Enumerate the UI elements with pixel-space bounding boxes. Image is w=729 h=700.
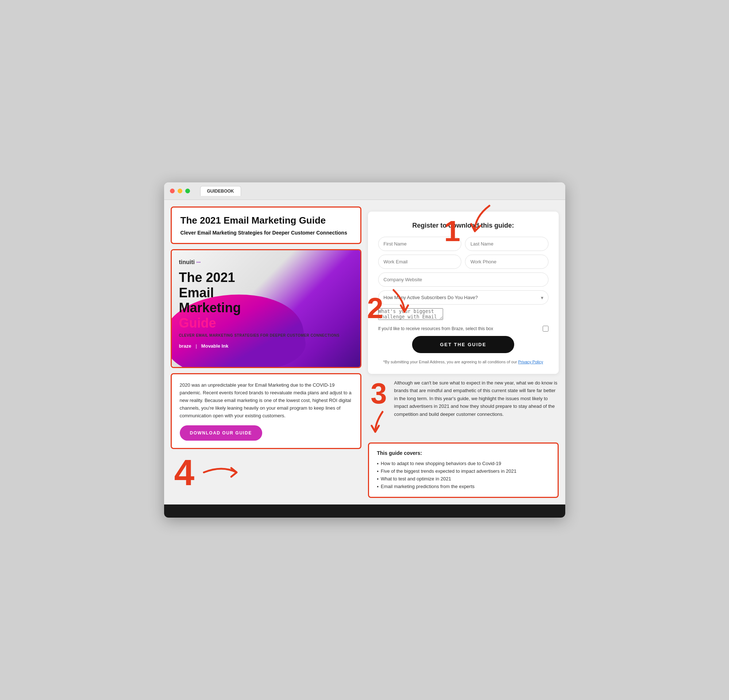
braze-checkbox-row: If you'd like to receive resources from … (378, 326, 549, 331)
annotation-number-4: 4 (174, 454, 195, 491)
main-title: The 2021 Email Marketing Guide (180, 215, 351, 226)
challenge-textarea[interactable] (378, 308, 443, 320)
braze-checkbox[interactable] (543, 326, 549, 331)
cover-title: The 2021 Email Marketing Guide (179, 270, 353, 331)
left-column: The 2021 Email Marketing Guide Clever Em… (171, 206, 362, 498)
registration-form: Register to download this guide: (368, 212, 559, 374)
tinuiti-logo: tinuiti ··· (179, 259, 353, 266)
last-name-input[interactable] (465, 237, 549, 251)
subscribers-select[interactable]: How Many Active Subscribers Do You Have?… (378, 290, 549, 305)
company-website-input[interactable] (378, 273, 549, 287)
braze-checkbox-label: If you'd like to receive resources from … (378, 326, 540, 331)
list-item: Email marketing predictions from the exp… (377, 482, 550, 490)
arrow-4-icon (200, 462, 244, 483)
cover-logos: braze | Movable Ink (179, 343, 353, 349)
main-subtitle: Clever Email Marketing Strategies for De… (180, 230, 351, 236)
download-button[interactable]: DOWNLOAD OUR GUIDE (180, 426, 262, 441)
cover-subtitle: CLEVER EMAIL MARKETING STRATEGIES FOR DE… (179, 333, 353, 337)
browser-titlebar: GUIDEBOOK (164, 182, 565, 200)
right-body-text: Although we can't be sure what to expect… (394, 379, 559, 418)
subscribers-dropdown[interactable]: How Many Active Subscribers Do You Have?… (378, 290, 549, 305)
work-email-input[interactable] (378, 255, 462, 269)
browser-tab[interactable]: GUIDEBOOK (200, 186, 241, 196)
list-item: How to adapt to new shopping behaviors d… (377, 460, 550, 467)
first-name-field (378, 237, 462, 251)
guide-covers-box: This guide covers: How to adapt to new s… (368, 443, 559, 498)
first-name-input[interactable] (378, 237, 462, 251)
privacy-note: *By submitting your Email Address, you a… (378, 359, 549, 365)
guide-covers-list: How to adapt to new shopping behaviors d… (377, 460, 550, 490)
work-phone-field (465, 255, 549, 269)
arrow-3-icon (368, 408, 390, 437)
get-guide-button[interactable]: GET THE GUIDE (412, 336, 514, 353)
braze-logo: braze (179, 343, 192, 349)
book-cover-box: tinuiti ··· The 2021 Email Marketing Gui… (171, 249, 362, 368)
page-content: The 2021 Email Marketing Guide Clever Em… (164, 200, 565, 504)
close-button[interactable] (170, 189, 175, 193)
title-box: The 2021 Email Marketing Guide Clever Em… (171, 206, 362, 244)
left-text-box: 2020 was an unpredictable year for Email… (171, 373, 362, 449)
last-name-field (465, 237, 549, 251)
privacy-policy-link[interactable]: Privacy Policy (518, 360, 543, 364)
right-column: 1 Register to download this guide: (368, 206, 559, 498)
contact-row (378, 255, 549, 269)
guide-covers-title: This guide covers: (377, 450, 550, 456)
annotation-4-area: 4 (171, 454, 362, 491)
list-item: Five of the biggest trends expected to i… (377, 467, 550, 475)
work-email-field (378, 255, 462, 269)
company-website-field (378, 273, 549, 287)
bottom-bar (164, 504, 565, 518)
annotation-3-area: 3 Although we can't be sure what to expe… (368, 379, 559, 437)
movableink-logo: Movable Ink (201, 343, 228, 349)
form-title: Register to download this guide: (378, 222, 549, 229)
book-cover: tinuiti ··· The 2021 Email Marketing Gui… (172, 250, 360, 367)
annotation-number-3: 3 (370, 379, 387, 408)
challenge-field (378, 308, 549, 321)
left-body-text: 2020 was an unpredictable year for Email… (180, 382, 352, 420)
minimize-button[interactable] (177, 189, 182, 193)
maximize-button[interactable] (185, 189, 190, 193)
list-item: What to test and optimize in 2021 (377, 475, 550, 482)
work-phone-input[interactable] (465, 255, 549, 269)
browser-window: GUIDEBOOK The 2021 Email Marketing Guide… (164, 182, 565, 518)
name-row (378, 237, 549, 251)
